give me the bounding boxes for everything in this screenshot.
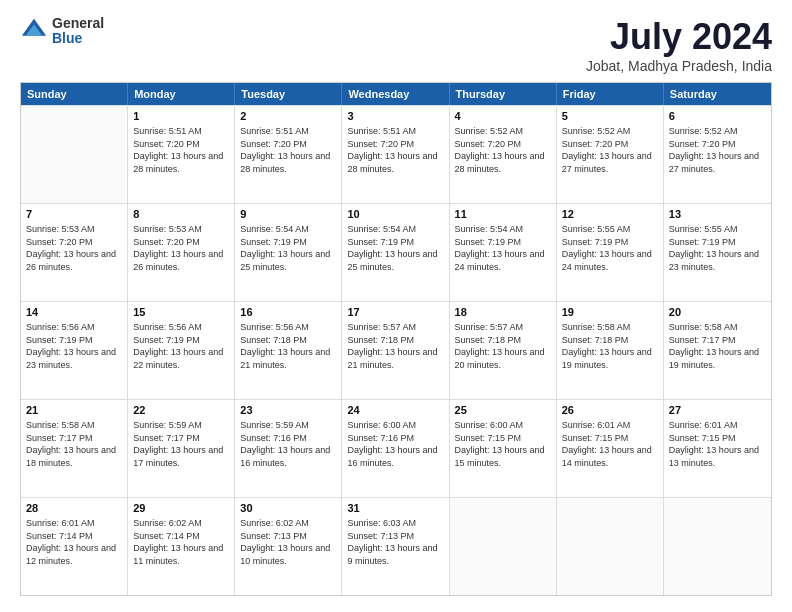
cell-0-6: 6Sunrise: 5:52 AM Sunset: 7:20 PM Daylig…: [664, 106, 771, 203]
day-num-28: 28: [26, 501, 122, 516]
cell-3-4: 25Sunrise: 6:00 AM Sunset: 7:15 PM Dayli…: [450, 400, 557, 497]
cell-2-1: 15Sunrise: 5:56 AM Sunset: 7:19 PM Dayli…: [128, 302, 235, 399]
cell-text-22: Sunrise: 5:59 AM Sunset: 7:17 PM Dayligh…: [133, 420, 223, 468]
cell-text-19: Sunrise: 5:58 AM Sunset: 7:18 PM Dayligh…: [562, 322, 652, 370]
cell-text-17: Sunrise: 5:57 AM Sunset: 7:18 PM Dayligh…: [347, 322, 437, 370]
cell-text-15: Sunrise: 5:56 AM Sunset: 7:19 PM Dayligh…: [133, 322, 223, 370]
week-row-4: 28Sunrise: 6:01 AM Sunset: 7:14 PM Dayli…: [21, 497, 771, 595]
cell-1-6: 13Sunrise: 5:55 AM Sunset: 7:19 PM Dayli…: [664, 204, 771, 301]
day-num-27: 27: [669, 403, 766, 418]
logo: General Blue: [20, 16, 104, 47]
day-num-24: 24: [347, 403, 443, 418]
day-num-23: 23: [240, 403, 336, 418]
cell-2-2: 16Sunrise: 5:56 AM Sunset: 7:18 PM Dayli…: [235, 302, 342, 399]
cell-3-5: 26Sunrise: 6:01 AM Sunset: 7:15 PM Dayli…: [557, 400, 664, 497]
logo-icon: [20, 17, 48, 45]
cell-0-5: 5Sunrise: 5:52 AM Sunset: 7:20 PM Daylig…: [557, 106, 664, 203]
cell-text-4: Sunrise: 5:52 AM Sunset: 7:20 PM Dayligh…: [455, 126, 545, 174]
cell-text-3: Sunrise: 5:51 AM Sunset: 7:20 PM Dayligh…: [347, 126, 437, 174]
day-num-12: 12: [562, 207, 658, 222]
header-sunday: Sunday: [21, 83, 128, 105]
header-thursday: Thursday: [450, 83, 557, 105]
day-num-14: 14: [26, 305, 122, 320]
cell-0-3: 3Sunrise: 5:51 AM Sunset: 7:20 PM Daylig…: [342, 106, 449, 203]
day-num-26: 26: [562, 403, 658, 418]
cell-2-3: 17Sunrise: 5:57 AM Sunset: 7:18 PM Dayli…: [342, 302, 449, 399]
cell-3-3: 24Sunrise: 6:00 AM Sunset: 7:16 PM Dayli…: [342, 400, 449, 497]
day-num-16: 16: [240, 305, 336, 320]
cell-text-9: Sunrise: 5:54 AM Sunset: 7:19 PM Dayligh…: [240, 224, 330, 272]
day-num-11: 11: [455, 207, 551, 222]
day-num-30: 30: [240, 501, 336, 516]
cell-text-24: Sunrise: 6:00 AM Sunset: 7:16 PM Dayligh…: [347, 420, 437, 468]
cell-text-13: Sunrise: 5:55 AM Sunset: 7:19 PM Dayligh…: [669, 224, 759, 272]
day-num-31: 31: [347, 501, 443, 516]
cell-0-1: 1Sunrise: 5:51 AM Sunset: 7:20 PM Daylig…: [128, 106, 235, 203]
week-row-0: 1Sunrise: 5:51 AM Sunset: 7:20 PM Daylig…: [21, 105, 771, 203]
day-num-17: 17: [347, 305, 443, 320]
cell-2-0: 14Sunrise: 5:56 AM Sunset: 7:19 PM Dayli…: [21, 302, 128, 399]
day-num-19: 19: [562, 305, 658, 320]
cell-4-4: [450, 498, 557, 595]
cell-text-8: Sunrise: 5:53 AM Sunset: 7:20 PM Dayligh…: [133, 224, 223, 272]
day-num-7: 7: [26, 207, 122, 222]
week-row-3: 21Sunrise: 5:58 AM Sunset: 7:17 PM Dayli…: [21, 399, 771, 497]
cell-2-6: 20Sunrise: 5:58 AM Sunset: 7:17 PM Dayli…: [664, 302, 771, 399]
cell-text-27: Sunrise: 6:01 AM Sunset: 7:15 PM Dayligh…: [669, 420, 759, 468]
cell-text-5: Sunrise: 5:52 AM Sunset: 7:20 PM Dayligh…: [562, 126, 652, 174]
logo-general-text: General: [52, 16, 104, 31]
day-num-5: 5: [562, 109, 658, 124]
title-block: July 2024 Jobat, Madhya Pradesh, India: [586, 16, 772, 74]
logo-blue-text: Blue: [52, 31, 104, 46]
cell-text-26: Sunrise: 6:01 AM Sunset: 7:15 PM Dayligh…: [562, 420, 652, 468]
day-num-21: 21: [26, 403, 122, 418]
day-num-15: 15: [133, 305, 229, 320]
cell-4-3: 31Sunrise: 6:03 AM Sunset: 7:13 PM Dayli…: [342, 498, 449, 595]
cell-1-5: 12Sunrise: 5:55 AM Sunset: 7:19 PM Dayli…: [557, 204, 664, 301]
cell-text-23: Sunrise: 5:59 AM Sunset: 7:16 PM Dayligh…: [240, 420, 330, 468]
cell-text-6: Sunrise: 5:52 AM Sunset: 7:20 PM Dayligh…: [669, 126, 759, 174]
day-num-9: 9: [240, 207, 336, 222]
day-num-29: 29: [133, 501, 229, 516]
cell-text-29: Sunrise: 6:02 AM Sunset: 7:14 PM Dayligh…: [133, 518, 223, 566]
cell-3-1: 22Sunrise: 5:59 AM Sunset: 7:17 PM Dayli…: [128, 400, 235, 497]
cell-0-2: 2Sunrise: 5:51 AM Sunset: 7:20 PM Daylig…: [235, 106, 342, 203]
cell-1-0: 7Sunrise: 5:53 AM Sunset: 7:20 PM Daylig…: [21, 204, 128, 301]
cell-text-25: Sunrise: 6:00 AM Sunset: 7:15 PM Dayligh…: [455, 420, 545, 468]
cell-1-2: 9Sunrise: 5:54 AM Sunset: 7:19 PM Daylig…: [235, 204, 342, 301]
cell-text-12: Sunrise: 5:55 AM Sunset: 7:19 PM Dayligh…: [562, 224, 652, 272]
cell-0-0: [21, 106, 128, 203]
cell-4-5: [557, 498, 664, 595]
calendar-body: 1Sunrise: 5:51 AM Sunset: 7:20 PM Daylig…: [21, 105, 771, 595]
cell-text-21: Sunrise: 5:58 AM Sunset: 7:17 PM Dayligh…: [26, 420, 116, 468]
cell-text-14: Sunrise: 5:56 AM Sunset: 7:19 PM Dayligh…: [26, 322, 116, 370]
cell-2-5: 19Sunrise: 5:58 AM Sunset: 7:18 PM Dayli…: [557, 302, 664, 399]
header-tuesday: Tuesday: [235, 83, 342, 105]
cell-1-3: 10Sunrise: 5:54 AM Sunset: 7:19 PM Dayli…: [342, 204, 449, 301]
cell-3-2: 23Sunrise: 5:59 AM Sunset: 7:16 PM Dayli…: [235, 400, 342, 497]
cell-3-0: 21Sunrise: 5:58 AM Sunset: 7:17 PM Dayli…: [21, 400, 128, 497]
day-num-3: 3: [347, 109, 443, 124]
cell-0-4: 4Sunrise: 5:52 AM Sunset: 7:20 PM Daylig…: [450, 106, 557, 203]
day-num-8: 8: [133, 207, 229, 222]
cell-text-20: Sunrise: 5:58 AM Sunset: 7:17 PM Dayligh…: [669, 322, 759, 370]
cell-text-30: Sunrise: 6:02 AM Sunset: 7:13 PM Dayligh…: [240, 518, 330, 566]
day-num-22: 22: [133, 403, 229, 418]
cell-text-10: Sunrise: 5:54 AM Sunset: 7:19 PM Dayligh…: [347, 224, 437, 272]
cell-text-1: Sunrise: 5:51 AM Sunset: 7:20 PM Dayligh…: [133, 126, 223, 174]
cell-text-2: Sunrise: 5:51 AM Sunset: 7:20 PM Dayligh…: [240, 126, 330, 174]
page: General Blue July 2024 Jobat, Madhya Pra…: [0, 0, 792, 612]
cell-text-31: Sunrise: 6:03 AM Sunset: 7:13 PM Dayligh…: [347, 518, 437, 566]
day-num-2: 2: [240, 109, 336, 124]
logo-text: General Blue: [52, 16, 104, 47]
header: General Blue July 2024 Jobat, Madhya Pra…: [20, 16, 772, 74]
cell-text-7: Sunrise: 5:53 AM Sunset: 7:20 PM Dayligh…: [26, 224, 116, 272]
day-num-13: 13: [669, 207, 766, 222]
week-row-2: 14Sunrise: 5:56 AM Sunset: 7:19 PM Dayli…: [21, 301, 771, 399]
subtitle: Jobat, Madhya Pradesh, India: [586, 58, 772, 74]
cell-text-16: Sunrise: 5:56 AM Sunset: 7:18 PM Dayligh…: [240, 322, 330, 370]
day-num-18: 18: [455, 305, 551, 320]
day-num-20: 20: [669, 305, 766, 320]
header-saturday: Saturday: [664, 83, 771, 105]
cell-text-18: Sunrise: 5:57 AM Sunset: 7:18 PM Dayligh…: [455, 322, 545, 370]
